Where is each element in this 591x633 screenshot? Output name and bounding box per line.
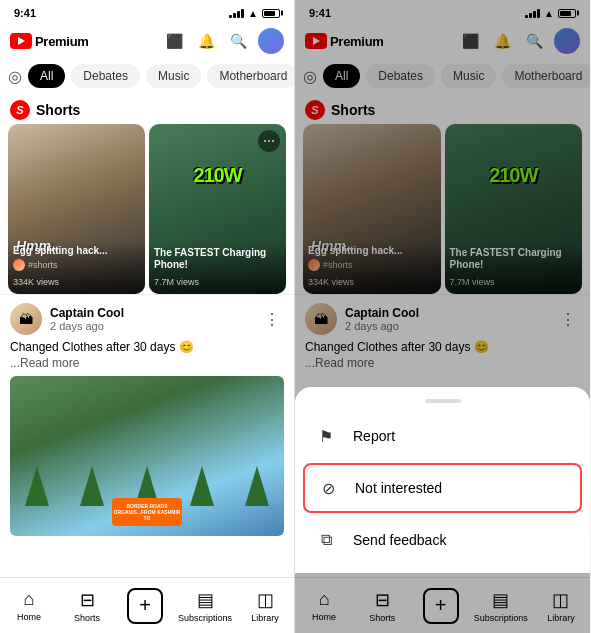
short-overlay-2: The FASTEST Charging Phone! 7.7M views — [149, 243, 286, 294]
tree-4 — [190, 466, 214, 506]
library-icon: ◫ — [257, 589, 274, 611]
short-views-2: 7.7M views — [154, 277, 199, 287]
nav-shorts[interactable]: ⊟ Shorts — [58, 585, 116, 627]
shorts-nav-icon: ⊟ — [80, 589, 95, 611]
nav-create[interactable]: + — [116, 584, 174, 628]
nav-subscriptions[interactable]: ▤ Subscriptions — [174, 585, 236, 627]
short-card-2[interactable]: 210W ⋯ The FASTEST Charging Phone! 7.7M … — [149, 124, 286, 294]
nav-home-label: Home — [17, 612, 41, 622]
nav-library-label: Library — [251, 613, 279, 623]
time-left: 9:41 — [14, 7, 36, 19]
phone-right: 9:41 ▲ Premium — [295, 0, 590, 633]
create-button[interactable]: + — [127, 588, 163, 624]
channel-avatar-left[interactable]: 🏔 — [10, 303, 42, 335]
header-left: Premium ⬛ 🔔 🔍 — [0, 24, 294, 58]
tree-5 — [245, 466, 269, 506]
channel-name-left: Captain Cool — [50, 306, 252, 320]
short-overlay-1: Egg splitting hack... #shorts 334K views — [8, 241, 145, 294]
tab-music[interactable]: Music — [146, 64, 201, 88]
tree-2 — [80, 466, 104, 506]
not-interested-label: Not interested — [355, 480, 442, 496]
tab-motherboard[interactable]: Motherboard — [207, 64, 294, 88]
menu-item-not-interested[interactable]: ⊘ Not interested — [303, 463, 582, 513]
three-dot-button[interactable]: ⋯ — [258, 130, 280, 152]
nav-subscriptions-label: Subscriptions — [178, 613, 232, 623]
banner-text: BORDER ROADS ORGANIS...FROM KASHMIR TO — [112, 503, 182, 521]
short-title-2: The FASTEST Charging Phone! — [154, 247, 281, 271]
menu-item-report[interactable]: ⚑ Report — [295, 411, 590, 461]
context-overlay[interactable]: ⚑ Report ⊘ Not interested ⧉ Send feedbac… — [295, 0, 590, 633]
subscriptions-icon: ▤ — [197, 589, 214, 611]
video-meta-left: 🏔 Captain Cool 2 days ago ⋮ — [10, 303, 284, 335]
bottom-nav-left: ⌂ Home ⊟ Shorts + ▤ Subscriptions ◫ Libr… — [0, 577, 294, 633]
avatar[interactable] — [258, 28, 284, 54]
menu-item-send-feedback[interactable]: ⧉ Send feedback — [295, 515, 590, 565]
send-feedback-label: Send feedback — [353, 532, 446, 548]
yt-play-triangle — [18, 37, 25, 45]
phone-left: 9:41 ▲ Premium — [0, 0, 295, 633]
banner: BORDER ROADS ORGANIS...FROM KASHMIR TO — [112, 498, 182, 526]
youtube-logo: Premium — [10, 33, 89, 49]
nav-shorts-label: Shorts — [74, 613, 100, 623]
context-menu: ⚑ Report ⊘ Not interested ⧉ Send feedbac… — [295, 387, 590, 573]
search-icon[interactable]: 🔍 — [226, 29, 250, 53]
short-tag-1: #shorts — [28, 260, 58, 270]
video-info-left: Captain Cool 2 days ago — [50, 306, 252, 332]
shorts-icon: S — [10, 100, 30, 120]
status-icons-left: ▲ — [229, 8, 280, 19]
short-meta-1: #shorts — [13, 259, 140, 271]
yt-icon — [10, 33, 32, 49]
shorts-grid-left: Hmm.. Egg splitting hack... #shorts 334K… — [0, 124, 294, 294]
yt-premium-label: Premium — [35, 34, 89, 49]
shorts-label-left: Shorts — [36, 102, 80, 118]
thumbnail-scene: BORDER ROADS ORGANIS...FROM KASHMIR TO — [10, 376, 284, 536]
tab-all[interactable]: All — [28, 64, 65, 88]
battery-icon — [262, 9, 280, 18]
nav-home[interactable]: ⌂ Home — [0, 585, 58, 626]
report-icon: ⚑ — [315, 425, 337, 447]
short-views-1: 334K views — [13, 277, 59, 287]
notification-icon[interactable]: 🔔 — [194, 29, 218, 53]
menu-handle — [425, 399, 461, 403]
home-icon: ⌂ — [24, 589, 35, 610]
short-channel-dot — [13, 259, 25, 271]
video-time-left: 2 days ago — [50, 320, 252, 332]
status-bar-left: 9:41 ▲ — [0, 0, 294, 24]
video-description-left: Changed Clothes after 30 days 😊 — [10, 339, 284, 356]
short-card-1[interactable]: Hmm.. Egg splitting hack... #shorts 334K… — [8, 124, 145, 294]
signal-icon — [229, 8, 244, 18]
wifi-icon: ▲ — [248, 8, 258, 19]
video-more-button-left[interactable]: ⋮ — [260, 307, 284, 331]
not-interested-icon: ⊘ — [317, 477, 339, 499]
video-item-left: 🏔 Captain Cool 2 days ago ⋮ Changed Clot… — [0, 294, 294, 544]
watt-text: 210W — [193, 164, 241, 187]
send-feedback-icon: ⧉ — [315, 529, 337, 551]
read-more-left[interactable]: ...Read more — [10, 356, 284, 370]
cast-icon[interactable]: ⬛ — [162, 29, 186, 53]
tab-debates[interactable]: Debates — [71, 64, 140, 88]
explore-icon[interactable]: ◎ — [8, 62, 22, 90]
filter-tabs-left: ◎ All Debates Music Motherboard — [0, 58, 294, 94]
report-label: Report — [353, 428, 395, 444]
tree-1 — [25, 466, 49, 506]
video-thumbnail-left[interactable]: BORDER ROADS ORGANIS...FROM KASHMIR TO — [10, 376, 284, 536]
shorts-header-left: S Shorts — [0, 94, 294, 124]
short-title-1: Egg splitting hack... — [13, 245, 140, 257]
nav-library[interactable]: ◫ Library — [236, 585, 294, 627]
